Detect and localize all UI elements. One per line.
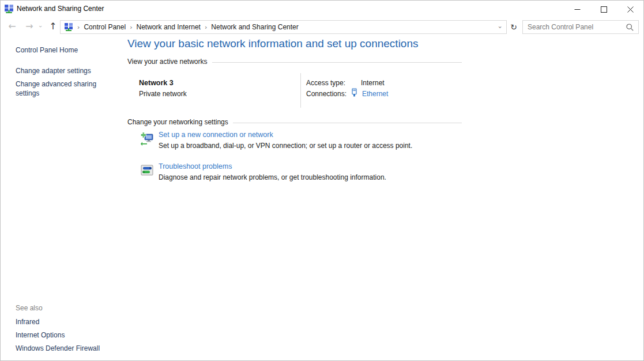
- sidebar-item-infrared[interactable]: Infrared: [16, 317, 39, 326]
- network-type: Private network: [139, 90, 187, 98]
- page-title: View your basic network information and …: [127, 37, 418, 50]
- main-content: View your basic network information and …: [127, 1, 462, 361]
- search-box[interactable]: [522, 20, 639, 34]
- ethernet-icon[interactable]: [351, 88, 358, 98]
- network-name: Network 3: [139, 79, 174, 87]
- close-icon: [627, 6, 634, 13]
- address-dropdown-icon[interactable]: ›: [494, 24, 506, 31]
- network-sharing-breadcrumb-icon: [64, 22, 73, 32]
- search-icon[interactable]: [626, 24, 634, 31]
- troubleshoot-description: Diagnose and repair network problems, or…: [159, 173, 386, 181]
- active-networks-label: View your active networks: [127, 58, 208, 66]
- networking-settings-section-header: Change your networking settings: [127, 118, 462, 126]
- network-sharing-center-window: Network and Sharing Center ← → › ↑ › Con…: [0, 0, 644, 361]
- task-troubleshoot: Troubleshoot problems Diagnose and repai…: [140, 162, 386, 181]
- setup-connection-description: Set up a broadband, dial-up, or VPN conn…: [159, 142, 412, 150]
- maximize-icon: [601, 6, 607, 13]
- sidebar-item-internet-options[interactable]: Internet Options: [16, 330, 65, 340]
- network-sharing-app-icon: [4, 4, 14, 14]
- vertical-divider: [300, 73, 301, 108]
- close-button[interactable]: [617, 1, 643, 18]
- search-input[interactable]: [523, 23, 626, 31]
- troubleshoot-link[interactable]: Troubleshoot problems: [159, 162, 386, 170]
- see-also-header: See also: [16, 304, 43, 312]
- sidebar-item-change-adapter-settings[interactable]: Change adapter settings: [16, 66, 91, 75]
- access-type-value: Internet: [361, 79, 385, 87]
- sidebar-item-windows-defender-firewall[interactable]: Windows Defender Firewall: [16, 344, 100, 353]
- sidebar-item-control-panel-home[interactable]: Control Panel Home: [16, 45, 78, 55]
- new-connection-icon: [140, 132, 154, 146]
- breadcrumb-separator: ›: [73, 24, 84, 31]
- refresh-icon[interactable]: ↻: [508, 20, 519, 34]
- breadcrumb-control-panel[interactable]: Control Panel: [84, 23, 126, 31]
- setup-connection-link[interactable]: Set up a new connection or network: [159, 131, 412, 139]
- connections-label: Connections:: [306, 90, 347, 98]
- window-title: Network and Sharing Center: [17, 5, 104, 13]
- up-icon[interactable]: ↑: [46, 20, 60, 33]
- maximize-button[interactable]: [590, 1, 617, 18]
- access-type-label: Access type:: [306, 79, 345, 87]
- troubleshoot-icon: [140, 164, 154, 177]
- minimize-button[interactable]: [564, 1, 590, 18]
- section-divider: [212, 62, 462, 63]
- recent-pages-dropdown-icon[interactable]: ›: [36, 20, 44, 33]
- sidebar-item-change-advanced-sharing-settings[interactable]: Change advanced sharing settings: [16, 79, 102, 98]
- back-icon[interactable]: ←: [5, 20, 19, 33]
- active-network-card: Network 3 Private network Access type: I…: [127, 73, 462, 109]
- networking-settings-label: Change your networking settings: [127, 118, 228, 126]
- task-setup-connection: Set up a new connection or network Set u…: [140, 131, 412, 150]
- active-networks-section-header: View your active networks: [127, 58, 462, 66]
- section-divider: [233, 123, 462, 123]
- minimize-icon: [574, 6, 581, 13]
- sidebar: Control Panel Home Change adapter settin…: [1, 36, 127, 361]
- ethernet-link[interactable]: Ethernet: [362, 90, 388, 98]
